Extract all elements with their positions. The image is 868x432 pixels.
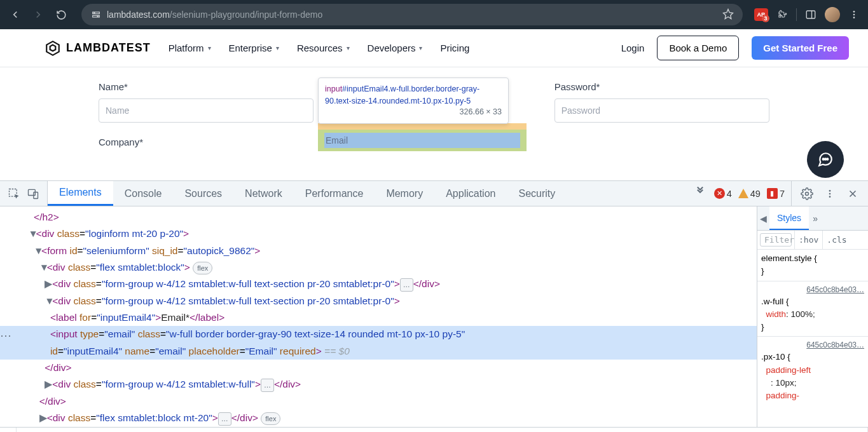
nav-developers[interactable]: Developers▾ [368, 43, 423, 53]
svg-point-8 [853, 17, 855, 18]
site-settings-icon[interactable] [90, 9, 102, 20]
svg-point-9 [823, 158, 824, 159]
extensions-icon[interactable] [775, 7, 790, 22]
brand-text: LAMBDATEST [66, 41, 151, 55]
tab-console[interactable]: Console [113, 181, 174, 206]
tab-application[interactable]: Application [434, 181, 507, 206]
svg-point-10 [825, 158, 826, 159]
styles-filter-input[interactable]: Filter [760, 233, 792, 246]
reload-button[interactable] [52, 6, 70, 24]
styles-more-icon[interactable]: » [809, 213, 822, 224]
devtools-tabs: Elements Console Sources Network Perform… [0, 181, 868, 206]
svg-point-11 [827, 158, 828, 159]
nav-resources[interactable]: Resources▾ [297, 43, 350, 53]
hov-toggle[interactable]: :hov [794, 231, 822, 249]
login-link[interactable]: Login [621, 43, 645, 53]
svg-point-17 [829, 192, 831, 194]
nav-enterprise[interactable]: Enterprise▾ [229, 43, 279, 53]
inspect-icon[interactable] [6, 186, 22, 201]
tab-performance[interactable]: Performance [294, 181, 375, 206]
extension-abp-icon[interactable]: AB 3 [754, 8, 768, 21]
svg-point-7 [853, 14, 855, 16]
nav-platform[interactable]: Platform▾ [169, 43, 211, 53]
extension-badge: 3 [762, 15, 769, 22]
inspect-highlight: Email [318, 123, 527, 151]
tab-network[interactable]: Network [233, 181, 294, 206]
forward-button[interactable] [29, 6, 47, 24]
dom-tree[interactable]: ⋯ </h2> ▼<div class="loginform mt-20 p-2… [0, 206, 757, 427]
company-label: Company* [99, 137, 313, 147]
browser-toolbar: lambdatest.com/selenium-playground/input… [0, 0, 868, 29]
nav-pricing[interactable]: Pricing [440, 43, 469, 53]
tab-elements[interactable]: Elements [48, 181, 113, 206]
chrome-menu-icon[interactable] [846, 7, 862, 22]
email-input-highlighted[interactable]: Email [324, 133, 520, 148]
star-icon[interactable] [722, 8, 734, 22]
device-toggle-icon[interactable] [25, 186, 41, 201]
svg-rect-4 [806, 11, 815, 18]
breadcrumb-prev-icon[interactable]: ◀ [0, 428, 17, 432]
styles-panel: ◀ Styles » Filter :hov .cls element.styl… [757, 206, 868, 427]
svg-point-16 [829, 190, 831, 192]
tab-memory[interactable]: Memory [375, 181, 434, 206]
back-button[interactable] [6, 6, 24, 24]
settings-icon[interactable] [799, 186, 815, 201]
inspect-tooltip: input#inputEmail4.w-full.border.border-g… [318, 78, 509, 124]
svg-point-6 [853, 11, 855, 13]
nav-links: Platform▾ Enterprise▾ Resources▾ Develop… [169, 43, 470, 53]
breadcrumb-next-icon[interactable]: ▶ [851, 428, 868, 432]
profile-avatar[interactable] [825, 7, 840, 22]
page-content: input#inputEmail4.w-full.border.border-g… [0, 81, 868, 180]
dom-breadcrumb[interactable]: ◀ 2.smtablet\:w-full.text-section.pr-20.… [0, 427, 868, 432]
svg-point-15 [806, 192, 809, 195]
styles-scroll-left-icon[interactable]: ◀ [757, 213, 769, 224]
password-input[interactable] [555, 98, 769, 123]
password-label: Password* [555, 81, 769, 92]
devtools: Elements Console Sources Network Perform… [0, 180, 868, 432]
devtools-menu-icon[interactable] [822, 186, 837, 201]
get-started-button[interactable]: Get Started Free [752, 36, 849, 60]
css-rules[interactable]: element.style { } 645c0c8b4e03… .w-full … [757, 250, 868, 405]
panel-icon[interactable] [803, 7, 818, 22]
name-label: Name* [99, 81, 313, 92]
svg-point-18 [829, 196, 831, 198]
divider [796, 8, 797, 21]
styles-tab[interactable]: Styles [769, 206, 809, 230]
url-text: lambdatest.com/selenium-playground/input… [107, 10, 722, 20]
logo[interactable]: LAMBDATEST [45, 40, 151, 57]
tab-sources[interactable]: Sources [173, 181, 233, 206]
chat-bubble-icon[interactable] [807, 141, 844, 178]
cls-toggle[interactable]: .cls [822, 231, 850, 249]
book-demo-button[interactable]: Book a Demo [657, 36, 739, 60]
more-tabs-icon[interactable] [692, 181, 708, 196]
tab-security[interactable]: Security [507, 181, 567, 206]
name-input[interactable] [99, 98, 313, 123]
site-header: LAMBDATEST Platform▾ Enterprise▾ Resourc… [0, 29, 868, 67]
address-bar[interactable]: lambdatest.com/selenium-playground/input… [81, 4, 743, 25]
svg-point-2 [94, 13, 95, 13]
devtools-close-icon[interactable] [845, 186, 860, 201]
error-counts[interactable]: ✕4 49 ▮7 [708, 181, 791, 206]
selected-line-marker: ⋯ [0, 326, 10, 346]
svg-point-3 [97, 16, 98, 17]
